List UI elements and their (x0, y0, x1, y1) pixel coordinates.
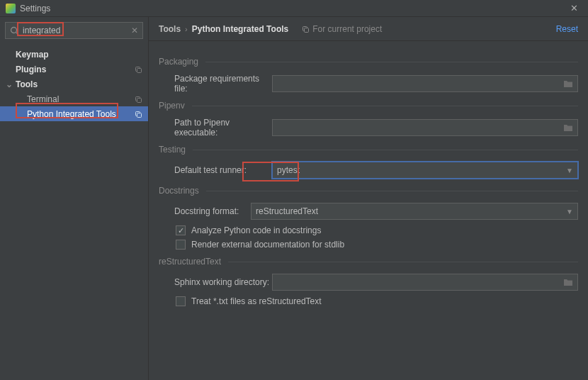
project-badge-icon (134, 95, 142, 104)
search-input[interactable] (23, 26, 131, 35)
project-badge-icon (134, 65, 142, 74)
sidebar-item-label: Python Integrated Tools (27, 109, 116, 119)
chevron-right-icon: › (185, 25, 188, 33)
sidebar-item-keymap[interactable]: Keymap (0, 47, 148, 62)
analyze-docstrings-checkbox[interactable] (176, 225, 186, 235)
docstring-format-dropdown[interactable]: reStructuredText ▼ (251, 203, 578, 220)
search-box[interactable]: ✕ (5, 22, 143, 39)
analyze-docstrings-label: Analyze Python code in docstrings (191, 225, 321, 235)
chevron-down-icon: ▼ (566, 208, 573, 216)
docstring-format-label: Docstring format: (159, 206, 251, 216)
settings-content: Tools › Python Integrated Tools For curr… (149, 17, 588, 380)
sidebar-item-plugins[interactable]: Plugins (0, 62, 148, 77)
sidebar-item-label: Plugins (16, 65, 46, 74)
package-requirements-label: Package requirements file: (159, 74, 272, 94)
app-icon (6, 4, 16, 13)
sidebar-item-python-integrated-tools[interactable]: Python Integrated Tools (0, 106, 148, 121)
titlebar: Settings ✕ (0, 0, 588, 17)
svg-rect-9 (305, 28, 309, 32)
settings-tree: Keymap Plugins ⌄ Tools Terminal Python I… (0, 44, 148, 121)
section-docstrings: Docstrings (159, 186, 578, 196)
project-scope-label: For current project (312, 24, 382, 34)
treat-txt-rst-label: Treat *.txt files as reStructuredText (191, 296, 322, 306)
project-scope-badge: For current project (301, 24, 382, 34)
window-title: Settings (20, 4, 50, 13)
section-rst: reStructuredText (159, 257, 578, 267)
svg-rect-5 (137, 98, 142, 102)
sphinx-dir-label: Sphinx working directory: (159, 277, 272, 287)
test-runner-dropdown[interactable]: pytest ▼ (272, 162, 578, 179)
svg-point-0 (11, 27, 17, 33)
svg-line-1 (16, 32, 19, 35)
search-icon (10, 26, 19, 35)
breadcrumb-root[interactable]: Tools (159, 24, 181, 34)
render-stdlib-checkbox[interactable] (176, 240, 186, 250)
svg-rect-7 (137, 113, 142, 117)
pipenv-exe-label: Path to Pipenv executable: (159, 118, 272, 138)
test-runner-label: Default test runner: (159, 165, 272, 175)
folder-icon[interactable] (563, 278, 573, 286)
sidebar-item-label: Tools (16, 79, 38, 89)
svg-rect-3 (137, 68, 142, 72)
pipenv-exe-field[interactable] (272, 119, 578, 136)
render-stdlib-label: Render external documentation for stdlib (191, 240, 344, 250)
sidebar-item-terminal[interactable]: Terminal (0, 91, 148, 106)
project-badge-icon (134, 110, 142, 118)
chevron-down-icon: ▼ (566, 167, 573, 174)
section-pipenv: Pipenv (159, 101, 578, 111)
section-packaging: Packaging (159, 57, 578, 67)
clear-icon[interactable]: ✕ (131, 26, 138, 35)
breadcrumb-leaf: Python Integrated Tools (192, 24, 288, 34)
folder-icon[interactable] (563, 123, 573, 132)
package-requirements-field[interactable] (272, 75, 578, 92)
dropdown-value: pytest (277, 165, 300, 175)
settings-sidebar: ✕ Keymap Plugins ⌄ Tools Terminal (0, 17, 149, 380)
dropdown-value: reStructuredText (256, 206, 318, 216)
treat-txt-rst-checkbox[interactable] (176, 296, 186, 306)
folder-icon[interactable] (563, 79, 573, 88)
reset-link[interactable]: Reset (556, 24, 578, 34)
content-header: Tools › Python Integrated Tools For curr… (149, 17, 588, 41)
section-testing: Testing (159, 145, 578, 155)
sidebar-item-tools[interactable]: ⌄ Tools (0, 77, 148, 91)
close-icon[interactable]: ✕ (566, 1, 582, 15)
sphinx-dir-field[interactable] (272, 274, 578, 291)
sidebar-item-label: Keymap (16, 50, 49, 60)
chevron-down-icon: ⌄ (6, 79, 14, 89)
sidebar-item-label: Terminal (27, 94, 59, 104)
